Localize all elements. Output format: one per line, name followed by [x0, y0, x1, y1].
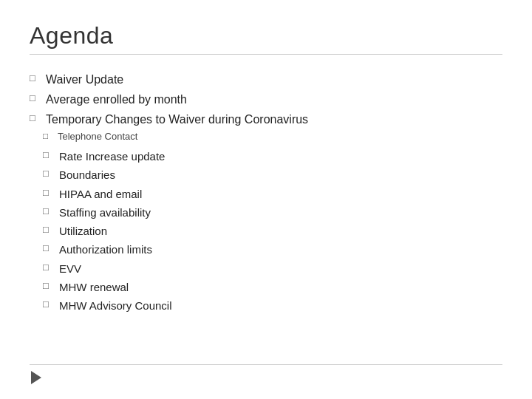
- bullet-icon: □: [30, 71, 46, 86]
- bullet-icon: □: [43, 241, 59, 256]
- bullet-icon: □: [30, 111, 46, 126]
- sub-main-item-label: MHW renewal: [59, 279, 129, 296]
- bullet-icon: □: [43, 260, 59, 275]
- list-item: □ Boundaries: [43, 166, 502, 183]
- list-item: □ Rate Increase update: [43, 148, 502, 165]
- main-item-label: Average enrolled by month: [46, 91, 187, 109]
- list-item: □ EVV: [43, 260, 502, 277]
- list-item: □ Utilization: [43, 222, 502, 239]
- main-item-label: Temporary Changes to Waiver during Coron…: [46, 111, 308, 129]
- sub-main-item-label: EVV: [59, 260, 81, 277]
- sub-main-item-label: Boundaries: [59, 166, 115, 183]
- bullet-icon: □: [30, 91, 46, 106]
- list-item: □ Average enrolled by month: [30, 91, 502, 109]
- bullet-icon: □: [43, 148, 59, 163]
- title-divider: [30, 54, 502, 55]
- list-item: □ Staffing availability: [43, 204, 502, 221]
- list-item: □ MHW renewal: [43, 279, 502, 296]
- bullet-icon: □: [43, 222, 59, 237]
- main-item-label: Waiver Update: [46, 71, 123, 89]
- bullet-icon: □: [43, 166, 59, 181]
- page-title: Agenda: [30, 22, 502, 50]
- footer: [30, 371, 502, 384]
- sub-main-item-label: Staffing availability: [59, 204, 151, 221]
- sub-bullet-icon: □: [43, 130, 58, 143]
- sub-main-item-label: Authorization limits: [59, 241, 152, 258]
- sub-item-label: Telephone Contact: [58, 130, 137, 144]
- slide: Agenda □ Waiver Update □ Average enrolle…: [0, 0, 532, 399]
- bullet-icon: □: [43, 204, 59, 219]
- sub-main-item-label: Rate Increase update: [59, 148, 165, 165]
- list-item: □ Authorization limits: [43, 241, 502, 258]
- list-item: □ Temporary Changes to Waiver during Cor…: [30, 111, 502, 129]
- bottom-divider: [30, 364, 502, 365]
- list-item: □ MHW Advisory Council: [43, 297, 502, 314]
- bullet-icon: □: [43, 279, 59, 293]
- sub-main-item-label: HIPAA and email: [59, 185, 142, 202]
- sub-main-item-label: Utilization: [59, 222, 107, 239]
- bullet-icon: □: [43, 297, 59, 312]
- content-area: □ Waiver Update □ Average enrolled by mo…: [30, 71, 502, 316]
- sub-items-group: □ Rate Increase update □ Boundaries □ HI…: [30, 148, 502, 316]
- next-arrow-icon[interactable]: [31, 371, 41, 384]
- list-item: □ Waiver Update: [30, 71, 502, 89]
- list-item: □ HIPAA and email: [43, 185, 502, 202]
- bullet-icon: □: [43, 185, 59, 200]
- sub-list-item: □ Telephone Contact: [43, 130, 502, 144]
- sub-main-item-label: MHW Advisory Council: [59, 297, 172, 314]
